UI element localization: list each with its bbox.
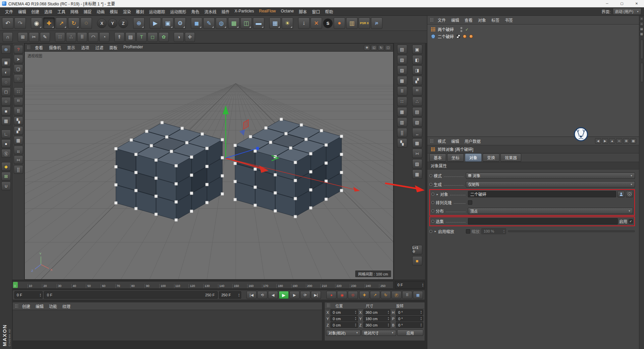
material-menu-item[interactable]: 纹理: [60, 302, 73, 310]
palette-a9-icon[interactable]: ⣿: [397, 128, 407, 137]
menu-item[interactable]: 渲染: [120, 8, 133, 15]
viewport-menu-item[interactable]: 选项: [78, 44, 92, 51]
palette-a5-icon[interactable]: ⠿: [397, 86, 407, 96]
selection-tag-icon[interactable]: [469, 35, 473, 38]
zoom-view-icon[interactable]: ◱: [371, 45, 377, 50]
workplane-lock-icon[interactable]: ∟: [1, 130, 11, 138]
panel-grip-icon[interactable]: [430, 18, 433, 22]
uv-mode-icon[interactable]: ◌: [1, 78, 11, 86]
axis-center-icon[interactable]: ✛: [185, 32, 195, 42]
object-manager-menu-item[interactable]: 查看: [462, 16, 475, 24]
menu-item[interactable]: Octane: [278, 8, 296, 15]
stepper-arrows[interactable]: ▲▼: [355, 323, 357, 327]
menu-item[interactable]: 帮助: [323, 8, 335, 15]
object-row-matrix[interactable]: 两个破碎 ✓: [427, 26, 639, 33]
xparticles-icon[interactable]: ✕: [311, 17, 322, 29]
home-icon[interactable]: ⌂: [640, 22, 644, 26]
grid-f-icon[interactable]: ▦: [14, 136, 23, 145]
record-rotation-button[interactable]: ⊙: [348, 291, 358, 299]
search-icon[interactable]: ⌕: [640, 17, 644, 21]
attribute-tab[interactable]: 对象: [465, 153, 482, 162]
menu-item[interactable]: 动画: [94, 8, 107, 15]
cluster-icon[interactable]: ∴: [66, 32, 76, 42]
help-icon[interactable]: ?: [14, 45, 23, 54]
stepper-arrows[interactable]: ▲▼: [40, 293, 41, 297]
viewport-menu-item[interactable]: 过滤: [93, 44, 106, 51]
key-pla-button[interactable]: ⠿: [402, 291, 412, 299]
distribution-select[interactable]: 顶点 ▼: [468, 208, 633, 214]
palette-b10-icon[interactable]: ▩: [412, 138, 422, 148]
forward-icon[interactable]: ▶: [602, 138, 608, 144]
pan-view-icon[interactable]: ✚: [364, 45, 370, 50]
menu-item[interactable]: 运动跟踪: [147, 8, 167, 15]
rotate-view-icon[interactable]: ↻: [378, 45, 384, 50]
matrix-extrude-icon[interactable]: ▤: [125, 32, 136, 42]
symmetry-icon[interactable]: ◫: [240, 17, 252, 29]
fractured-cube-clusters[interactable]: [114, 118, 343, 221]
sculpt-icon[interactable]: ◔: [99, 32, 109, 42]
menu-item[interactable]: 编辑: [16, 8, 29, 15]
size-z-field[interactable]: 360 cm▲▼: [363, 322, 391, 328]
spline-pen-icon[interactable]: ✎: [203, 17, 215, 29]
undo-icon[interactable]: ↶: [2, 17, 13, 29]
floor-icon[interactable]: ▬: [253, 17, 264, 29]
extrude-icon[interactable]: ⇑: [114, 32, 124, 42]
psr-icon[interactable]: PSR 0: [359, 17, 370, 29]
frame-spinbox[interactable]: 0 F ▲▼: [395, 281, 425, 289]
grid-i-icon[interactable]: ⣿: [14, 165, 23, 174]
plugin-b-icon[interactable]: jB: [371, 17, 382, 29]
panel-grip-icon[interactable]: [430, 139, 433, 143]
subdivision-surface-icon[interactable]: ◍: [216, 17, 227, 29]
attribute-tab[interactable]: 坐标: [447, 153, 464, 162]
scale-slider[interactable]: [508, 230, 635, 232]
viewport-menu-item[interactable]: 面板: [107, 44, 120, 51]
menu-item[interactable]: 雕刻: [133, 8, 146, 15]
palette-b13-icon[interactable]: ▦: [412, 169, 422, 179]
prev-key-button[interactable]: ⟲: [257, 291, 267, 299]
rotate-tool-icon[interactable]: ↻: [68, 17, 79, 29]
end-frame-spinbox[interactable]: 250 F ▲▼: [219, 291, 241, 299]
palette-b1-icon[interactable]: ▣: [412, 45, 422, 54]
texture-mode-icon[interactable]: ◐: [1, 68, 11, 77]
size-x-field[interactable]: 360 cm▲▼: [363, 309, 391, 315]
menu-item[interactable]: 模拟: [107, 8, 120, 15]
cube-object-icon[interactable]: ◻: [148, 32, 158, 42]
menu-item[interactable]: 文件: [3, 8, 15, 15]
interface-select[interactable]: 启动 (用户) ▼: [613, 8, 641, 15]
redo-icon[interactable]: ↷: [14, 17, 26, 29]
key-scale-button[interactable]: ↗: [370, 291, 380, 299]
object-row-fracture[interactable]: 二个破碎: [427, 33, 639, 40]
stepper-arrows[interactable]: ▲▼: [387, 317, 389, 320]
expander-icon[interactable]: ▸: [436, 193, 439, 196]
scale-tool-icon[interactable]: ↗: [56, 17, 67, 29]
palette-a1-icon[interactable]: ▤: [397, 45, 407, 54]
workplane-icon[interactable]: ⊞: [18, 32, 28, 42]
z-axis-lock-button[interactable]: Z: [118, 18, 128, 28]
visibility-dots[interactable]: [460, 27, 463, 33]
rot-h-field[interactable]: 0 °▲▼: [396, 309, 423, 315]
grid-g-icon[interactable]: ⣤: [14, 146, 23, 154]
polygon-pen-icon[interactable]: ✎: [40, 32, 50, 42]
orange-cube-icon[interactable]: ◼: [412, 256, 422, 265]
layout-b-icon[interactable]: ▥: [640, 32, 644, 36]
render-settings-icon[interactable]: ⚙: [174, 17, 186, 29]
menu-item[interactable]: RealFlow: [257, 8, 278, 15]
object-manager-menu-item[interactable]: 标签: [489, 16, 502, 24]
wire-cube-icon[interactable]: ◻: [1, 87, 11, 96]
stepper-arrows[interactable]: ▲▼: [420, 310, 422, 314]
menu-item[interactable]: 流水线: [202, 8, 219, 15]
menu-item[interactable]: 捕捉: [81, 8, 94, 15]
palette-a2-icon[interactable]: ▧: [397, 55, 407, 64]
expander-icon[interactable]: ▸: [434, 230, 437, 233]
preview-range-slider[interactable]: 0 F 250 F: [44, 291, 218, 299]
drop-icon[interactable]: ●: [334, 17, 345, 29]
next-key-button[interactable]: ⟳: [300, 291, 310, 299]
keyframe-dot[interactable]: [431, 193, 434, 196]
viewport-menu-item[interactable]: 查看: [32, 44, 46, 51]
marquee-select-icon[interactable]: ▢: [14, 64, 23, 73]
menu-item[interactable]: 工具: [55, 8, 68, 15]
scale-spinbox[interactable]: 100 % ▲▼: [481, 228, 506, 234]
viewport-canvas[interactable]: Y X Z 透视视图 网格间距 : 100 cm: [25, 52, 393, 279]
palette-b3-icon[interactable]: ◨: [412, 65, 422, 75]
texture-tag-icon[interactable]: [457, 35, 460, 38]
